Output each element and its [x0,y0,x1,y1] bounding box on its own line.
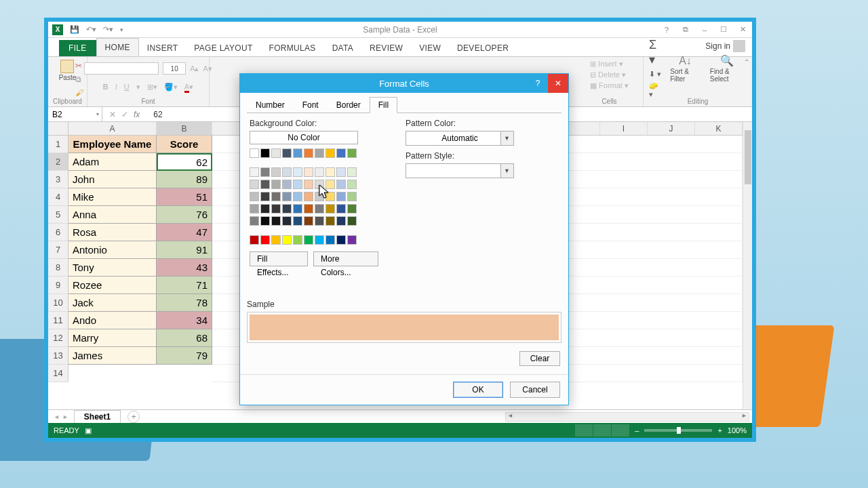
color-swatch[interactable] [304,180,313,189]
name-box[interactable]: B2 [48,107,102,121]
macro-record-icon[interactable]: ▣ [85,426,92,435]
tab-insert[interactable]: INSERT [139,39,186,56]
color-swatch[interactable] [293,167,302,177]
col-header-b[interactable]: B [157,122,212,135]
color-swatch[interactable] [347,204,357,214]
color-swatch[interactable] [315,192,324,201]
cell-score[interactable]: 34 [157,312,212,329]
cell-score[interactable]: 91 [157,241,212,259]
color-swatch[interactable] [282,148,292,158]
borders-icon[interactable]: ⊞▾ [147,83,157,92]
find-select-button[interactable]: 🔍 Find & Select [707,54,747,83]
color-swatch[interactable] [336,204,346,214]
fill-color-icon[interactable]: 🪣▾ [164,83,178,92]
color-swatch[interactable] [250,204,259,214]
color-swatch[interactable] [315,235,324,245]
cell-name[interactable]: Anna [68,206,157,224]
color-swatch[interactable] [304,216,313,226]
row-header[interactable]: 5 [48,206,68,224]
color-swatch[interactable] [260,192,270,201]
qat-save-icon[interactable]: 💾 [70,25,79,34]
color-swatch[interactable] [315,204,324,214]
row-header[interactable]: 1 [48,136,68,153]
dialog-tab-border[interactable]: Border [328,97,370,113]
color-swatch[interactable] [260,204,270,214]
row-header[interactable]: 11 [48,312,68,329]
close-button[interactable]: ✕ [733,23,752,37]
color-swatch[interactable] [260,167,270,177]
cancel-button[interactable]: Cancel [510,382,560,398]
color-swatch[interactable] [304,167,313,177]
color-swatch[interactable] [250,148,259,158]
underline-button[interactable]: U [124,83,130,91]
autosum-icon[interactable]: Σ ▾ [649,38,663,67]
cell-name[interactable]: Rozee [68,277,157,294]
color-swatch[interactable] [282,192,292,201]
row-header[interactable]: 8 [48,259,68,277]
color-swatch[interactable] [250,235,259,245]
color-swatch[interactable] [336,148,346,158]
color-swatch[interactable] [293,192,302,201]
dialog-tab-number[interactable]: Number [247,97,294,113]
color-swatch[interactable] [315,180,324,189]
row-header[interactable]: 3 [48,171,68,188]
maximize-button[interactable]: ☐ [714,23,733,37]
color-swatch[interactable] [315,167,324,177]
color-swatch[interactable] [282,216,292,226]
color-swatch[interactable] [260,180,270,189]
insert-function-icon[interactable]: fx [134,110,140,119]
font-size-combo[interactable]: 10 [163,62,186,75]
color-swatch[interactable] [304,192,313,201]
tab-page-layout[interactable]: PAGE LAYOUT [186,39,260,56]
color-swatch[interactable] [260,216,270,226]
col-header-j[interactable]: J [648,122,695,135]
more-colors-button[interactable]: More Colors... [313,251,378,266]
color-swatch[interactable] [304,235,313,245]
clear-button[interactable]: Clear [519,351,560,366]
dialog-tab-font[interactable]: Font [294,97,328,113]
fill-effects-button[interactable]: Fill Effects... [250,251,308,266]
cancel-edit-icon[interactable]: ✕ [109,110,116,119]
color-swatch[interactable] [293,148,302,158]
tab-data[interactable]: DATA [324,39,361,56]
cell-score[interactable]: 79 [157,347,212,365]
horizontal-scrollbar[interactable] [505,412,749,422]
color-swatch[interactable] [271,204,281,214]
row-header[interactable]: 9 [48,277,68,294]
cell-name[interactable]: James [68,347,157,365]
collapse-ribbon-icon[interactable]: ⌃ [744,58,749,66]
color-swatch[interactable] [271,235,281,245]
pattern-color-combo[interactable]: Automatic▼ [406,131,514,146]
minimize-button[interactable]: – [695,23,714,37]
zoom-level[interactable]: 100% [728,426,747,434]
col-header-a[interactable]: A [68,122,157,135]
color-swatch[interactable] [282,167,292,177]
color-swatch[interactable] [326,204,335,214]
view-page-layout-icon[interactable] [593,424,611,436]
color-swatch[interactable] [326,235,335,245]
no-color-button[interactable]: No Color [250,131,358,144]
formula-value[interactable]: 62 [146,110,162,119]
cells-delete-button[interactable]: ⊟ Delete ▾ [590,70,626,79]
row-header[interactable]: 7 [48,241,68,259]
color-swatch[interactable] [347,192,357,201]
color-swatch[interactable] [271,148,281,158]
tab-home[interactable]: HOME [96,38,139,56]
color-swatch[interactable] [260,148,270,158]
color-swatch[interactable] [326,148,335,158]
cell-score[interactable]: 76 [157,206,212,224]
font-name-combo[interactable] [84,62,159,75]
fill-down-icon[interactable]: ⬇ ▾ [649,70,661,79]
cell-score[interactable]: 78 [157,294,212,312]
color-swatch[interactable] [293,180,302,189]
color-swatch[interactable] [326,216,335,226]
color-swatch[interactable] [271,180,281,189]
enter-edit-icon[interactable]: ✓ [121,110,128,119]
cell-name[interactable]: Ando [68,312,157,329]
col-header-i[interactable]: I [600,122,648,135]
color-swatch[interactable] [304,148,313,158]
clear-icon[interactable]: 🧽 ▾ [649,81,663,99]
cell-score[interactable]: 43 [157,259,212,277]
cell-score[interactable]: 62 [157,153,212,171]
ribbon-display-button[interactable]: ⧉ [676,23,695,37]
